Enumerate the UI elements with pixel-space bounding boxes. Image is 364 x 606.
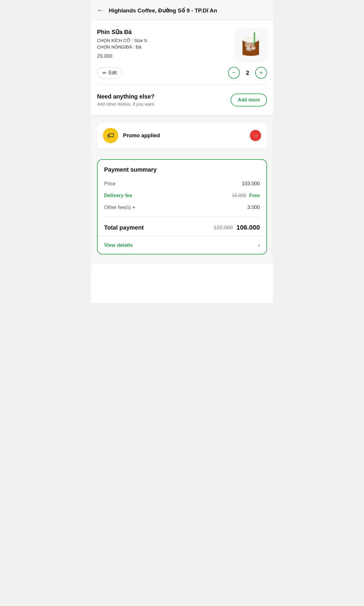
promo-section: 🏷 Promo applied → — [91, 117, 273, 154]
promo-left: 🏷 Promo applied — [103, 128, 160, 143]
price-row: Price 103.000 — [98, 178, 266, 190]
view-details-label: View details — [104, 242, 133, 248]
delivery-fee-row: Delivery fee 16.000 Free — [98, 190, 266, 202]
product-name: Phin Sữa Đá — [97, 28, 230, 36]
chevron-right-icon: › — [258, 242, 260, 249]
actions-row: ✏ Edit − 2 + — [97, 67, 267, 79]
svg-rect-8 — [254, 32, 255, 44]
delivery-fee-label: Delivery fee — [104, 193, 132, 199]
delivery-original-price: 16.000 — [232, 193, 246, 198]
increase-quantity-button[interactable]: + — [255, 67, 267, 79]
pencil-icon: ✏ — [103, 70, 106, 76]
product-size: CHỌN KÍCH CỠ : Size S — [97, 38, 230, 43]
total-original-price: 122.000 — [213, 225, 233, 231]
product-info: Phin Sữa Đá CHỌN KÍCH CỠ : Size S CHỌN N… — [97, 28, 230, 59]
total-row: Total payment 122.000 106.000 — [98, 220, 266, 236]
need-anything-section: Need anything else? Add other dishes, if… — [91, 85, 273, 115]
payment-divider — [104, 216, 260, 217]
decrease-quantity-button[interactable]: − — [228, 67, 240, 79]
price-value: 103.000 — [242, 181, 260, 187]
other-fees-row: Other fee(s) ▾ 3.000 — [98, 202, 266, 213]
promo-arrow-button[interactable]: → — [250, 130, 261, 141]
payment-card: Payment summary Price 103.000 Delivery f… — [97, 159, 267, 254]
edit-button[interactable]: ✏ Edit — [97, 67, 122, 78]
promo-text: Promo applied — [123, 133, 160, 139]
delivery-free-text: Free — [249, 193, 260, 199]
view-details-row[interactable]: View details › — [98, 236, 266, 254]
back-button[interactable]: ← — [97, 7, 103, 14]
coffee-cup-icon: HIGHLANDS — [239, 31, 263, 59]
payment-summary-title: Payment summary — [98, 160, 266, 178]
other-fees-value: 3.000 — [247, 204, 260, 210]
total-values: 122.000 106.000 — [213, 224, 260, 231]
product-price: 29.000 — [97, 53, 230, 59]
price-label: Price — [104, 181, 116, 187]
quantity-value: 2 — [245, 70, 250, 76]
svg-text:HIGHLANDS: HIGHLANDS — [246, 48, 255, 49]
discount-tag-icon: 🏷 — [107, 131, 114, 140]
delivery-values: 16.000 Free — [232, 193, 260, 199]
need-text: Need anything else? Add other dishes, if… — [97, 93, 155, 107]
chevron-down-icon: ▾ — [133, 205, 135, 210]
total-label: Total payment — [104, 224, 144, 231]
need-subtext: Add other dishes, if you want. — [97, 101, 155, 107]
total-new-price: 106.000 — [236, 224, 260, 231]
arrow-right-icon: → — [253, 132, 258, 139]
product-temp: CHỌN NÓNG/ĐÁ : Đá — [97, 44, 230, 50]
header: ← Highlands Coffee, Đường Số 9 - TP.Dĩ A… — [91, 0, 273, 20]
product-section: Phin Sữa Đá CHỌN KÍCH CỠ : Size S CHỌN N… — [91, 20, 273, 85]
payment-section: Payment summary Price 103.000 Delivery f… — [91, 154, 273, 254]
page-title: Highlands Coffee, Đường Số 9 - TP.Dĩ An — [109, 7, 217, 14]
quantity-controls: − 2 + — [228, 67, 267, 79]
product-image: HIGHLANDS — [234, 28, 267, 61]
promo-card: 🏷 Promo applied → — [97, 123, 267, 149]
other-fees-label[interactable]: Other fee(s) ▾ — [104, 204, 135, 210]
add-more-button[interactable]: Add more — [231, 94, 267, 107]
need-heading: Need anything else? — [97, 93, 155, 100]
other-fees-text: Other fee(s) — [104, 204, 131, 210]
promo-icon: 🏷 — [103, 128, 118, 143]
